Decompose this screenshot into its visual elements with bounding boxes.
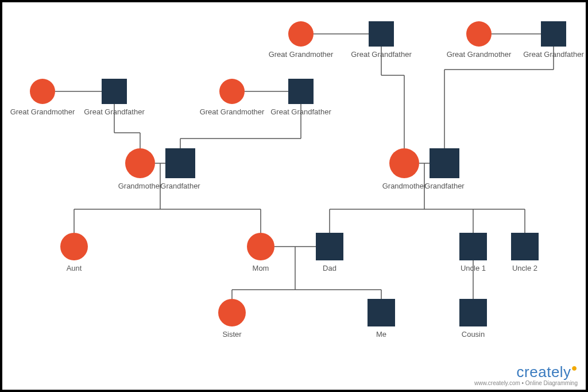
diagram-frame: Great GrandmotherGreat GrandfatherGreat … [0,0,588,392]
node-label-sister: Sister [222,330,242,339]
female-node-ggm1 [30,79,55,104]
female-node-ggm4 [466,21,492,47]
node-label-cousin: Cousin [462,330,485,339]
brand-name: creately [517,363,571,381]
node-label-ggm3: Great Grandmother [269,50,334,59]
female-node-gm1 [125,148,155,178]
node-label-me: Me [376,330,386,339]
node-label-ggm2: Great Grandmother [200,107,265,116]
male-node-uncle1 [459,233,487,260]
node-label-aunt: Aunt [67,264,82,272]
female-node-ggm3 [288,21,314,47]
male-node-ggf1 [102,79,127,104]
male-node-uncle2 [511,233,539,260]
brand-logo: creately● [474,362,578,381]
female-node-sister [218,299,246,326]
female-node-gm2 [389,148,419,178]
node-label-gm2: Grandmother [382,182,427,190]
female-node-aunt [60,233,88,260]
node-label-uncle1: Uncle 1 [461,264,486,272]
genogram-svg: Great GrandmotherGreat GrandfatherGreat … [2,2,586,390]
node-label-gm1: Grandmother [118,182,163,190]
female-node-mom [247,233,274,260]
branding-footer: creately● www.creately.com • Online Diag… [474,362,578,386]
node-label-ggf3: Great Grandfather [351,50,412,59]
node-label-ggf1: Great Grandfather [84,107,145,116]
node-label-mom: Mom [253,264,269,272]
node-label-uncle2: Uncle 2 [512,264,537,272]
node-label-ggf4: Great Grandfather [523,50,584,59]
male-node-me [368,299,395,326]
female-node-ggm2 [219,79,245,104]
male-node-cousin [459,299,487,326]
node-label-dad: Dad [323,264,336,272]
brand-tagline: www.creately.com • Online Diagramming [474,380,578,386]
male-node-gf2 [430,148,459,178]
node-label-gf2: Grandfather [424,182,465,190]
male-node-ggf2 [288,79,314,104]
male-node-ggf4 [541,21,566,47]
male-node-gf1 [165,148,195,178]
node-label-ggf2: Great Grandfather [270,107,331,116]
node-label-gf1: Grandfather [160,182,200,190]
node-label-ggm1: Great Grandmother [10,107,75,116]
male-node-ggf3 [369,21,394,47]
bulb-icon: ● [571,362,578,374]
male-node-dad [316,233,343,260]
node-label-ggm4: Great Grandmother [447,50,512,59]
